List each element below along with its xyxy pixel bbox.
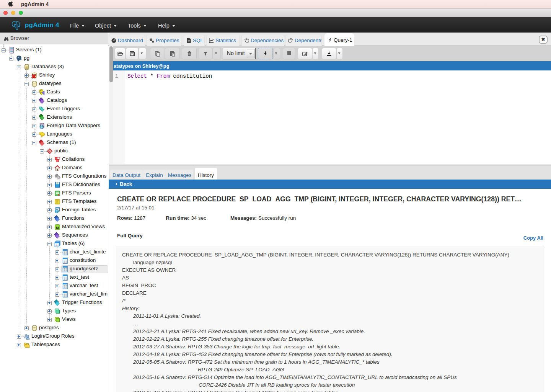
svg-text:M: M (56, 226, 59, 230)
